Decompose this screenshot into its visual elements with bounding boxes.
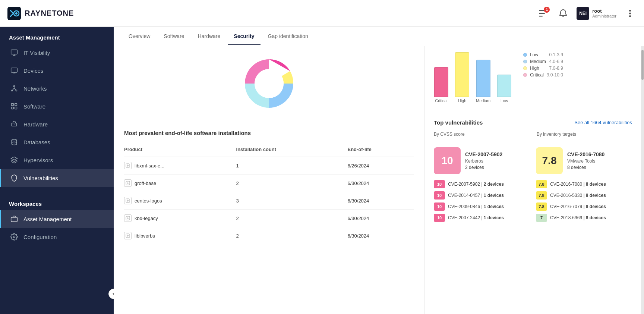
- svg-point-22: [255, 69, 284, 98]
- legend-item: High 7.0-8.9: [523, 66, 563, 71]
- col-product: Product: [124, 144, 236, 157]
- bar-label: Medium: [476, 98, 490, 103]
- bar: [434, 67, 448, 97]
- product-name: centos-logos: [135, 198, 162, 204]
- legend-range: 7.0-8.9: [549, 66, 563, 71]
- legend-label: Medium: [530, 59, 546, 64]
- table-row[interactable]: groff-base 2 6/30/2024: [124, 175, 414, 192]
- cvss-cve: CVE-2007-5902: [465, 151, 502, 157]
- col-install-count: Installation count: [236, 144, 348, 157]
- vuln-row-text: CVE-2018-6969 | 8 devices: [550, 215, 606, 220]
- chart-legend: Low 0.1-3.9 Medium 4.0-6.9 High 7.0-8.9 …: [523, 52, 563, 78]
- cvss-devices: 2 devices: [465, 165, 502, 170]
- list-item[interactable]: 10 CVE-2007-2442 | 1 devices: [434, 214, 530, 222]
- sidebar-item-asset-management[interactable]: Asset Management: [0, 210, 114, 228]
- sidebar-item-hypervisors[interactable]: Hypervisors: [0, 151, 114, 169]
- bar: [476, 60, 490, 97]
- score-pill: 7.8: [536, 202, 547, 211]
- legend-item: Low 0.1-3.9: [523, 52, 563, 57]
- sidebar-item-configuration[interactable]: Configuration: [0, 228, 114, 246]
- logo-icon: [7, 7, 21, 20]
- apps-icon: [10, 102, 18, 110]
- product-icon: [124, 162, 132, 169]
- list-item[interactable]: 7.8 CVE-2016-5330 | 8 devices: [536, 191, 632, 200]
- score-pill: 7: [536, 214, 547, 222]
- vuln-column-labels: By CVSS score By inventory targets: [434, 132, 632, 141]
- content-panels: Most prevalent end-of-life software inst…: [114, 46, 644, 314]
- menu-button[interactable]: 1: [536, 7, 550, 20]
- bar: [497, 75, 511, 97]
- see-all-link[interactable]: See all 1664 vulnerabilities: [574, 120, 632, 125]
- install-count: 2: [236, 227, 348, 245]
- by-cvss-label: By CVSS score: [434, 132, 529, 137]
- svg-rect-15: [15, 104, 17, 106]
- inventory-devices: 8 devices: [567, 165, 604, 170]
- bar-col: High: [455, 52, 469, 103]
- svg-rect-5: [539, 16, 543, 17]
- vuln-row-text: CVE-2016-7080 | 8 devices: [550, 182, 606, 187]
- cvss-score-badge: 10: [434, 147, 461, 174]
- svg-point-8: [629, 15, 631, 17]
- tabs-bar: Overview Software Hardware Security Gap …: [114, 27, 644, 46]
- by-inventory-label: By inventory targets: [537, 132, 632, 137]
- table-row[interactable]: libxml-sax-e... 1 6/26/2024: [124, 157, 414, 175]
- sidebar-label-configuration: Configuration: [23, 234, 57, 240]
- donut-chart: [236, 54, 303, 113]
- bar-label: Low: [501, 98, 508, 103]
- sidebar-label-hypervisors: Hypervisors: [23, 157, 53, 163]
- sidebar-collapse-button[interactable]: [108, 289, 114, 299]
- user-menu[interactable]: NEI root Administrator: [577, 7, 616, 20]
- top-vuln-cards: 10 CVE-2007-5902 Kerberos 2 devices 7.8 …: [434, 147, 632, 174]
- eol-title: Most prevalent end-of-life software inst…: [124, 130, 414, 136]
- cvss-list-col: 10 CVE-2007-5902 | 2 devices 10 CVE-2014…: [434, 180, 530, 222]
- tab-hardware[interactable]: Hardware: [192, 28, 227, 45]
- sidebar-item-hardware[interactable]: Hardware: [0, 115, 114, 133]
- sidebar-label-databases: Databases: [23, 139, 50, 145]
- more-options-button[interactable]: [623, 7, 637, 20]
- install-count: 1: [236, 157, 348, 175]
- tab-software[interactable]: Software: [158, 28, 190, 45]
- score-pill: 7.8: [536, 180, 547, 188]
- sidebar-item-vulnerabilities[interactable]: Vulnerabilities: [0, 169, 114, 187]
- product-name: kbd-legacy: [135, 216, 158, 221]
- table-row[interactable]: libibverbs 2 6/30/2024: [124, 227, 414, 245]
- list-item[interactable]: 7.8 CVE-2016-7079 | 8 devices: [536, 202, 632, 211]
- vuln-header: Top vulnerabilities See all 1664 vulnera…: [434, 119, 632, 126]
- shield-icon: [10, 174, 18, 182]
- install-count: 2: [236, 175, 348, 192]
- list-item[interactable]: 10 CVE-2007-5902 | 2 devices: [434, 180, 530, 188]
- scrollbar[interactable]: [641, 46, 644, 314]
- list-item[interactable]: 7 CVE-2018-6969 | 8 devices: [536, 214, 632, 222]
- table-row[interactable]: centos-logos 3 6/30/2024: [124, 192, 414, 210]
- list-item[interactable]: 10 CVE-2009-0846 | 1 devices: [434, 202, 530, 211]
- table-row[interactable]: kbd-legacy 2 6/30/2024: [124, 210, 414, 227]
- svg-point-13: [16, 90, 17, 91]
- notification-button[interactable]: [556, 7, 570, 20]
- list-item[interactable]: 7.8 CVE-2016-7080 | 8 devices: [536, 180, 632, 188]
- sidebar-item-software[interactable]: Software: [0, 97, 114, 115]
- legend-dot: [523, 73, 527, 77]
- eol-table: Product Installation count End-of-life l…: [124, 144, 414, 244]
- sidebar-label-hardware: Hardware: [23, 121, 48, 128]
- tab-security[interactable]: Security: [228, 28, 260, 45]
- vuln-row-text: CVE-2016-5330 | 8 devices: [550, 193, 606, 198]
- database-icon: [10, 138, 18, 146]
- product-name: groff-base: [135, 180, 156, 186]
- sidebar: Asset Management IT Visibility Devices N…: [0, 27, 114, 314]
- legend-label: Low: [530, 52, 538, 57]
- bar-col: Low: [497, 75, 511, 103]
- sidebar-item-databases[interactable]: Databases: [0, 133, 114, 151]
- tab-overview[interactable]: Overview: [123, 28, 156, 45]
- tab-gap-identification[interactable]: Gap identification: [262, 28, 314, 45]
- main-layout: Asset Management IT Visibility Devices N…: [0, 27, 644, 314]
- eol-date: 6/30/2024: [347, 192, 414, 210]
- sidebar-item-networks[interactable]: Networks: [0, 79, 114, 97]
- network-icon: [10, 84, 18, 92]
- list-item[interactable]: 10 CVE-2014-0457 | 1 devices: [434, 191, 530, 200]
- sidebar-label-software: Software: [23, 103, 45, 110]
- sidebar-item-devices[interactable]: Devices: [0, 62, 114, 79]
- inventory-name: VMware Tools: [567, 158, 604, 164]
- cvss-name: Kerberos: [465, 158, 502, 164]
- score-pill: 10: [434, 191, 445, 200]
- sidebar-item-it-visibility[interactable]: IT Visibility: [0, 44, 114, 62]
